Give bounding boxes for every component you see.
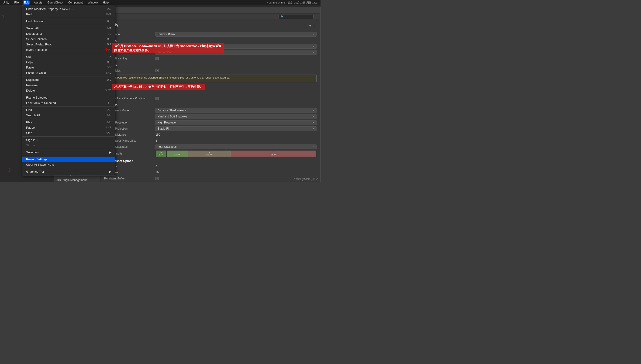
sep-11 — [22, 168, 115, 168]
network-stat: 406KB/S 0KB/S — [267, 1, 285, 4]
cascade-seg-3: 3 53.3% — [231, 150, 316, 156]
menu-unity[interactable]: Unity — [2, 0, 10, 5]
menu-search-all[interactable]: Search All... ⌘K — [22, 112, 115, 118]
menu-paste[interactable]: Paste ⌘V — [22, 65, 115, 70]
menu-file[interactable]: File — [13, 0, 20, 5]
menu-edit[interactable]: Edit — [23, 0, 30, 5]
shadowmask-row: Shadowmask Mode Distance Shadowmask ▾ — [104, 108, 316, 113]
shadowmask-dd-arrow-icon: ▾ — [313, 109, 314, 112]
menu-sign-out: Sign out — [22, 142, 115, 148]
search-input[interactable] — [278, 15, 314, 19]
menu-rename[interactable]: Rename — [22, 82, 115, 88]
shadowmask-dropdown[interactable]: Distance Shadowmask ▾ — [156, 108, 316, 113]
anisotropic-dropdown[interactable]: Forced On ▾ — [156, 50, 316, 55]
menu-clear-playerprefs[interactable]: Clear All PlayerPrefs — [22, 162, 115, 167]
menu-pause[interactable]: Pause ⇧⌘P — [22, 125, 115, 130]
persistent-buffer-row: Persistent Buffer ✓ — [104, 176, 316, 181]
textures-header: Textures — [104, 39, 316, 43]
wifi-name: 稻道 — [287, 1, 292, 4]
shadows-dropdown[interactable]: Hard and Soft Shadows ▾ — [156, 114, 316, 119]
menu-deselect-all[interactable]: Deselect All ⇧D — [22, 31, 115, 36]
shadow-projection-dd-arrow-icon: ▾ — [313, 128, 314, 130]
shadow-cascades-dropdown[interactable]: Four Cascades ▾ — [156, 144, 316, 149]
time-slice-value: 2 — [156, 165, 316, 168]
shadows-header: Shadows — [104, 103, 316, 107]
edit-dropdown-menu: Undo Modified Property in New Li... ⌘Z R… — [22, 5, 116, 176]
menu-sign-in[interactable]: Sign in... — [22, 137, 115, 142]
billboards-checkbox[interactable] — [156, 97, 159, 100]
menu-find[interactable]: Find ⌘F — [22, 107, 115, 112]
shadow-near-plane-row: Shadow Near Plane Offset 3 — [104, 138, 316, 143]
sep-10 — [22, 156, 115, 156]
shadow-distance-row: Shadow Distance 150 — [104, 132, 316, 137]
menu-selection[interactable]: Selection ▶ — [22, 150, 115, 155]
menu-graphics-tier[interactable]: Graphics Tier ▶ — [22, 169, 115, 174]
sep-9 — [22, 149, 115, 149]
texture-streaming-row: Texture Streaming — [104, 56, 316, 61]
sep-2 — [22, 25, 115, 25]
menu-select-children[interactable]: Select Children ⌘C — [22, 36, 115, 42]
sidebar-item-xr-plugin-management[interactable]: XR Plugin Management — [54, 177, 100, 182]
cascade-splits-row: Cascade splits 0 6.7% 1 13.3% 2 — [104, 150, 316, 157]
menu-lock-view[interactable]: Lock View to Selected ⇧F — [22, 100, 115, 106]
more-icon[interactable]: ⋮ — [315, 15, 318, 18]
menu-duplicate[interactable]: Duplicate ⌘D — [22, 77, 115, 82]
shadow-distance-value: 150 — [156, 133, 316, 136]
menu-help[interactable]: Help — [102, 0, 110, 5]
vsync-row: VSync Count Every V Blank ▾ — [104, 32, 316, 37]
anisotropic-dd-arrow-icon: ▾ — [313, 51, 314, 54]
texture-quality-dd-arrow-icon: ▾ — [313, 45, 314, 48]
texture-quality-dropdown[interactable]: Full Res ▾ — [156, 44, 316, 49]
menu-select-prefab-root[interactable]: Select Prefab Root ⇧⌘R — [22, 42, 115, 47]
particle-raycast-budget-row: Particle Raycast Budget 4096 — [104, 84, 316, 89]
menu-undo-history[interactable]: Undo History ⌘U — [22, 19, 115, 24]
sep-6 — [22, 106, 115, 106]
texture-streaming-checkbox[interactable] — [156, 57, 159, 60]
menu-select-all[interactable]: Select All ⌘A — [22, 26, 115, 31]
persistent-buffer-checkbox[interactable]: ✓ — [156, 177, 159, 180]
menu-play[interactable]: Play ⌘P — [22, 120, 115, 125]
buffer-size-value: 16 — [156, 171, 316, 174]
async-header: Async Asset Upload — [104, 159, 316, 163]
soft-particles-warning: ⚠ Soft Particles require either the Defe… — [104, 74, 316, 82]
vsync-dd-arrow-icon: ▾ — [313, 33, 314, 36]
sep-4 — [22, 76, 115, 76]
particles-header: Particles — [104, 64, 316, 67]
menu-project-settings[interactable]: Project Settings... — [22, 156, 115, 162]
menu-step[interactable]: Step ⌃⌘P — [22, 130, 115, 136]
menu-gameobject[interactable]: GameObject — [46, 0, 64, 5]
menu-frame-selected[interactable]: Frame Selected F — [22, 95, 115, 100]
cascade-seg-0: 0 6.7% — [156, 150, 166, 156]
menu-delete[interactable]: Delete ⌘⌫ — [22, 88, 115, 93]
buffer-size-row: Buffer Size 16 — [104, 170, 316, 175]
cascade-seg-1: 1 13.3% — [166, 150, 188, 156]
datetime: 10月 14日 周五 14:23 — [294, 1, 319, 4]
shadow-resolution-dd-arrow-icon: ▾ — [313, 122, 314, 124]
shadow-resolution-row: Shadow Resolution High Resolution ▾ — [104, 120, 316, 125]
menu-window[interactable]: Window — [87, 0, 99, 5]
sep-1 — [22, 18, 115, 18]
menu-paste-as-child[interactable]: Paste As Child ⇧⌘V — [22, 70, 115, 76]
menu-copy[interactable]: Copy ⌘C — [22, 60, 115, 65]
menu-cut[interactable]: Cut ⌘X — [22, 54, 115, 60]
shadow-resolution-dropdown[interactable]: High Resolution ▾ — [156, 120, 316, 125]
menu-undo[interactable]: Undo Modified Property in New Li... ⌘Z — [22, 6, 115, 12]
billboards-row: Billboards Face Camera Position — [104, 96, 316, 101]
menu-component[interactable]: Component — [67, 0, 84, 5]
menu-invert-selection[interactable]: Invert Selection ⌘I — [22, 47, 115, 52]
sep-5 — [22, 94, 115, 94]
vsync-dropdown[interactable]: Every V Blank ▾ — [156, 32, 316, 36]
menubar-right: 406KB/S 0KB/S 稻道 10月 14日 周五 14:23 — [267, 1, 319, 4]
time-slice-row: Time Slice 2 — [104, 164, 316, 169]
sep-8 — [22, 136, 115, 136]
shadow-cascades-row: Shadow Cascades Four Cascades ▾ — [104, 144, 316, 150]
project-settings-panel: Quality ? ⋮ VSync Count Every V Blank ▾ … — [100, 20, 320, 182]
shadow-projection-dropdown[interactable]: Stable Fit ▾ — [156, 126, 316, 131]
panel-more-icon[interactable]: ⋮ — [313, 24, 316, 28]
menu-assets[interactable]: Assets — [33, 0, 43, 5]
soft-particles-checkbox[interactable]: ✓ — [156, 69, 159, 72]
help-icon[interactable]: ? — [309, 24, 311, 28]
cascade-bar-container: 0 6.7% 1 13.3% 2 26.7% 3 — [156, 150, 316, 157]
sep-7 — [22, 118, 115, 119]
menu-redo[interactable]: Redo ⇧⌘Z — [22, 12, 115, 17]
